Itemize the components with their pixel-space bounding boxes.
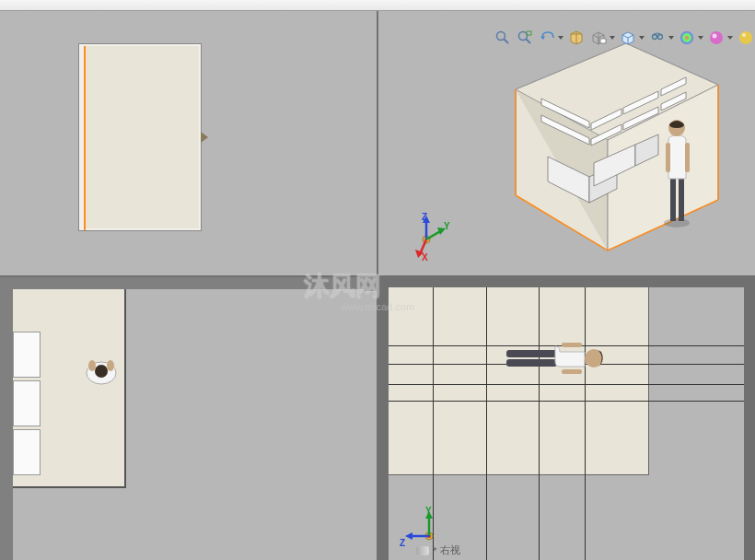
view-settings-button[interactable]: [736, 28, 755, 48]
wall-segment: [744, 276, 755, 560]
svg-rect-15: [679, 177, 684, 221]
dropdown-arrow-icon[interactable]: [638, 28, 645, 48]
model-front-view: [78, 43, 202, 231]
shelf-plan: [13, 380, 41, 426]
orientation-triad-2d[interactable]: Y Z: [403, 508, 449, 554]
display-style-button[interactable]: [618, 28, 638, 48]
svg-rect-16: [666, 143, 670, 172]
shelf-plan: [13, 429, 41, 475]
apply-scene-button[interactable]: [706, 28, 726, 48]
svg-line-1: [505, 40, 509, 44]
svg-point-10: [713, 34, 717, 39]
shelf-plan: [13, 332, 41, 378]
wall-segment: [0, 276, 13, 560]
axis-label-y: Y: [425, 506, 432, 516]
person-side-view: [502, 339, 608, 378]
door-handle: [201, 132, 208, 143]
previous-view-button[interactable]: [537, 28, 557, 48]
dropdown-arrow-icon[interactable]: [668, 28, 675, 48]
svg-point-13: [664, 218, 690, 228]
svg-point-22: [95, 365, 108, 378]
svg-rect-25: [562, 343, 582, 347]
dropdown-arrow-icon[interactable]: [726, 28, 734, 48]
svg-point-12: [742, 33, 746, 37]
viewport-front[interactable]: [0, 11, 378, 276]
dropdown-arrow-icon[interactable]: [609, 28, 616, 48]
svg-point-20: [88, 360, 96, 371]
svg-rect-24: [506, 359, 557, 367]
wall-segment: [378, 276, 755, 287]
svg-point-0: [497, 32, 505, 41]
svg-point-21: [107, 360, 114, 371]
watermark-text: 沐风网: [304, 269, 381, 304]
zoom-area-button[interactable]: [515, 28, 535, 48]
dropdown-arrow-icon[interactable]: [697, 28, 704, 48]
svg-rect-14: [670, 177, 676, 221]
model-right-view: [378, 276, 649, 475]
svg-rect-17: [685, 143, 690, 172]
hide-show-button[interactable]: [647, 28, 668, 48]
edit-appearance-button[interactable]: [677, 28, 697, 48]
heads-up-toolbar: [493, 28, 755, 48]
axis-label-z: Z: [422, 212, 427, 222]
axis-label-z: Z: [400, 538, 405, 548]
person-top-view: [83, 355, 120, 391]
svg-point-2: [519, 32, 528, 41]
shelf-divider: [539, 287, 540, 560]
dropdown-arrow-icon[interactable]: [557, 28, 564, 48]
model-iso-view: [497, 39, 737, 269]
axis-label-x: X: [422, 252, 428, 262]
svg-point-8: [680, 31, 693, 44]
view-orientation-button[interactable]: [588, 28, 609, 48]
svg-rect-5: [600, 39, 606, 43]
zoom-to-fit-button[interactable]: [493, 28, 513, 48]
selected-edge: [84, 46, 86, 230]
viewport-area: *右视 Z Y X Y Z 沐风网 www.mfca: [0, 11, 755, 560]
shelf-divider: [486, 287, 487, 560]
wall-segment: [378, 276, 389, 560]
section-view-button[interactable]: [566, 28, 587, 48]
window-titlebar-strip: [0, 0, 755, 11]
shelf-divider: [585, 287, 586, 560]
svg-rect-26: [562, 369, 582, 374]
model-top-view: [0, 276, 126, 488]
viewport-top[interactable]: [0, 276, 378, 560]
svg-rect-23: [506, 350, 557, 357]
svg-line-3: [527, 40, 531, 44]
svg-point-9: [710, 31, 723, 44]
shelf-edge: [389, 401, 744, 402]
watermark-url: www.mfcad.com: [341, 301, 414, 312]
shelf-edge: [389, 384, 744, 385]
svg-point-11: [739, 31, 752, 44]
orientation-triad-3d[interactable]: Z Y X: [403, 214, 449, 260]
axis-label-y: Y: [444, 221, 450, 231]
model-interior: [86, 46, 199, 228]
